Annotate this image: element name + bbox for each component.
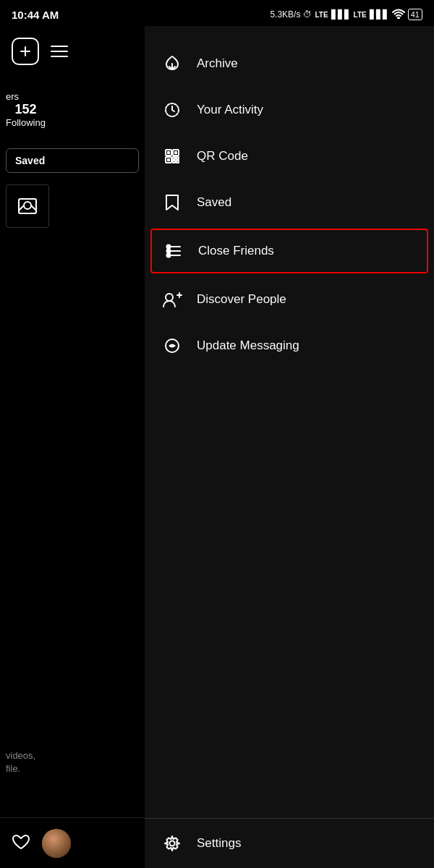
avatar[interactable] [42, 829, 71, 858]
bookmark-icon [162, 192, 182, 213]
svg-rect-13 [167, 158, 170, 161]
wifi-icon [392, 9, 405, 21]
svg-rect-15 [176, 157, 179, 159]
left-panel: ers 152 Following Saved videos, file. [0, 26, 145, 868]
your-activity-label: Your Activity [197, 103, 263, 117]
main-container: ers 152 Following Saved videos, file. [0, 26, 434, 868]
menu-settings: Settings [145, 818, 434, 868]
top-icons [0, 26, 145, 77]
svg-rect-14 [173, 157, 175, 159]
status-bar: 10:44 AM 5.3KB/s ⏱ LTE ▋▋▋ LTE ▋▋▋ 41 [0, 0, 434, 26]
settings-label: Settings [197, 836, 241, 851]
heart-icon-button[interactable] [12, 833, 30, 854]
following-label: Following [6, 117, 46, 128]
lte2-icon: LTE [354, 11, 367, 19]
settings-icon [162, 833, 182, 854]
svg-point-22 [167, 250, 171, 253]
qr-code-label: QR Code [197, 149, 248, 163]
bottom-text: videos, file. [0, 744, 145, 781]
signal2-icon: ▋▋▋ [370, 9, 389, 20]
close-friends-icon [163, 241, 184, 261]
menu-item-saved[interactable]: Saved [145, 179, 434, 226]
svg-point-28 [170, 841, 175, 846]
followers-stat: ers 152 Following [6, 91, 46, 128]
menu-item-qr-code[interactable]: QR Code [145, 133, 434, 179]
saved-button[interactable]: Saved [6, 148, 139, 173]
update-messaging-label: Update Messaging [197, 339, 299, 353]
status-right: 5.3KB/s ⏱ LTE ▋▋▋ LTE ▋▋▋ 41 [270, 9, 422, 21]
qr-icon [162, 146, 182, 166]
saved-label: Saved [197, 195, 231, 210]
svg-point-0 [398, 17, 399, 19]
svg-rect-12 [174, 151, 177, 154]
svg-rect-16 [173, 161, 175, 163]
photo-placeholder [6, 184, 49, 228]
status-time: 10:44 AM [12, 9, 59, 21]
messaging-icon [162, 336, 182, 356]
menu-item-close-friends[interactable]: Close Friends [150, 229, 428, 273]
new-post-button[interactable] [12, 38, 39, 65]
discover-icon [162, 289, 182, 310]
right-panel: Archive Your Activity [145, 26, 434, 868]
battery-icon: 41 [408, 9, 422, 20]
bottom-text-line2: file. [6, 763, 20, 774]
bottom-text-line1: videos, [6, 750, 35, 761]
bottom-nav-left [0, 817, 145, 868]
menu-item-your-activity[interactable]: Your Activity [145, 87, 434, 133]
clock-icon: ⏱ [303, 9, 312, 20]
lte-icon: LTE [315, 11, 328, 19]
discover-people-label: Discover People [197, 292, 286, 307]
network-speed: 5.3KB/s [270, 9, 300, 20]
svg-rect-17 [176, 161, 179, 163]
svg-point-24 [166, 294, 173, 301]
menu-item-archive[interactable]: Archive [145, 41, 434, 87]
followers-partial-label: ers [6, 91, 19, 102]
svg-point-4 [24, 202, 31, 209]
activity-icon [162, 100, 182, 120]
svg-point-21 [167, 245, 171, 249]
menu-item-update-messaging[interactable]: Update Messaging [145, 323, 434, 369]
following-count: 152 [6, 102, 46, 117]
archive-label: Archive [197, 56, 238, 71]
close-friends-label: Close Friends [198, 244, 274, 258]
menu-item-discover-people[interactable]: Discover People [145, 276, 434, 323]
menu-item-settings[interactable]: Settings [145, 819, 434, 868]
hamburger-menu-button[interactable] [51, 46, 68, 57]
svg-rect-11 [167, 151, 170, 154]
signal-icon: ▋▋▋ [331, 9, 351, 20]
svg-point-23 [167, 254, 171, 258]
menu-list: Archive Your Activity [145, 26, 434, 818]
archive-icon [162, 54, 182, 74]
profile-stats: ers 152 Following [0, 77, 145, 142]
